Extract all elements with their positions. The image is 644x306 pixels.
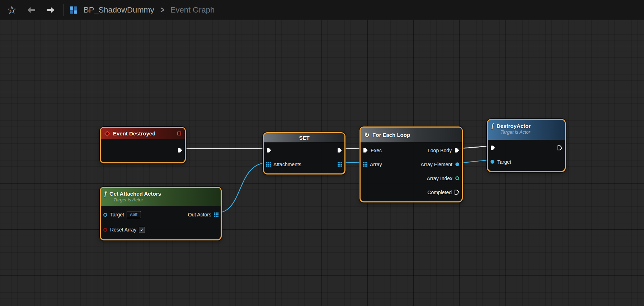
pin-target-in[interactable]: Target self [103,211,141,218]
exec-pin-icon [454,190,460,195]
toolbar: ☆ BP_ShadowDummy > Event Graph [0,0,644,20]
exec-pin-icon [454,148,460,153]
blueprint-icon [69,6,78,14]
pin-label: Reset Array [110,227,136,233]
pin-label: Target [497,159,511,165]
pin-label: Target [110,212,124,217]
function-icon: f [492,123,494,129]
node-title: Event Destroyed [113,130,155,137]
event-diamond-icon [104,131,110,137]
node-title: Get Attached Actors [109,191,161,197]
pin-exec-out[interactable] [337,148,342,153]
toolbar-divider [63,4,64,16]
node-header: ↻ For Each Loop [361,128,462,143]
back-button[interactable] [24,3,38,17]
bool-pin-icon [103,228,108,232]
pin-label: Array Index [427,176,452,181]
pin-label: Exec [371,148,382,153]
pin-exec-out[interactable] [177,148,183,153]
check-icon: ✓ [140,228,144,232]
reset-array-checkbox[interactable]: ✓ [139,227,145,233]
pin-label: Out Actors [188,212,211,217]
star-icon: ☆ [7,5,17,15]
node-title: SET [299,135,309,141]
blueprint-editor: ☆ BP_ShadowDummy > Event Graph [0,0,644,306]
node-subtitle: Target is Actor [104,197,217,202]
function-icon: f [104,190,107,197]
breadcrumb-chevron-icon: > [160,5,164,15]
pin-target-in[interactable]: Target [490,159,511,165]
node-set-attachments[interactable]: SET [263,132,345,174]
exec-pin-icon [177,148,183,153]
pin-label: Array Element [420,162,452,167]
object-pin-icon [455,162,460,167]
pin-exec-out[interactable] [557,145,563,150]
pin-attachments-in[interactable]: Attachments [266,162,301,167]
array-pin-icon [266,162,271,167]
node-header: f Get Attached Actors Target is Actor [101,188,221,206]
array-pin-icon [214,212,218,217]
back-arrow-icon [27,6,36,14]
pin-array-index-out[interactable]: Array Index [427,176,460,181]
pin-label: Array [370,162,382,167]
wire-data-outactors-to-attachments[interactable] [217,163,268,213]
forward-arrow-icon [46,6,55,14]
node-get-attached-actors[interactable]: f Get Attached Actors Target is Actor Ta… [100,187,222,240]
exec-pin-icon [557,145,563,150]
node-destroy-actor[interactable]: f DestroyActor Target is Actor [487,119,566,172]
node-title: For Each Loop [372,132,410,138]
wire-data-arrayelement-to-target[interactable] [458,160,492,163]
pin-loop-body-out[interactable]: Loop Body [428,148,460,153]
pin-label: Loop Body [428,148,452,153]
exec-pin-icon [363,148,368,153]
wire-exec-loopbody-to-destroyactor[interactable] [458,146,492,148]
node-header: SET [264,133,344,143]
target-default-value[interactable]: self [127,211,141,218]
pin-exec-in[interactable] [490,145,495,150]
forward-button[interactable] [44,3,57,17]
exec-pin-icon [266,148,272,153]
pin-label: Attachments [273,162,301,167]
pin-out-actors-out[interactable]: Out Actors [188,212,218,217]
pin-array-element-out[interactable]: Array Element [420,162,460,167]
loop-icon: ↻ [364,132,370,138]
exec-pin-icon [337,148,342,153]
breadcrumb-item-blueprint[interactable]: BP_ShadowDummy [84,5,154,15]
delegate-pin[interactable] [177,132,181,135]
int-pin-icon [455,176,460,181]
pin-completed-out[interactable]: Completed [427,190,460,195]
pin-attachments-out[interactable] [338,162,342,167]
node-event-destroyed[interactable]: Event Destroyed [100,127,186,163]
node-header: f DestroyActor Target is Actor [488,120,565,140]
object-pin-icon [490,159,495,164]
node-for-each-loop[interactable]: ↻ For Each Loop Exec Loop Body [359,126,463,202]
pin-exec-in[interactable]: Exec [363,148,382,153]
pin-array-in[interactable]: Array [363,162,382,167]
breadcrumb-item-event-graph[interactable]: Event Graph [170,5,215,15]
favorite-button[interactable]: ☆ [5,3,19,17]
exec-pin-icon [490,145,495,150]
array-pin-icon [338,162,342,167]
pin-exec-in[interactable] [266,148,272,153]
object-pin-icon [103,212,108,217]
pin-label: Completed [427,190,452,195]
pin-reset-array-in[interactable]: Reset Array ✓ [103,227,145,233]
array-pin-icon [363,162,367,167]
node-header: Event Destroyed [101,128,185,139]
node-subtitle: Target is Actor [492,129,561,135]
node-title: DestroyActor [497,123,531,129]
